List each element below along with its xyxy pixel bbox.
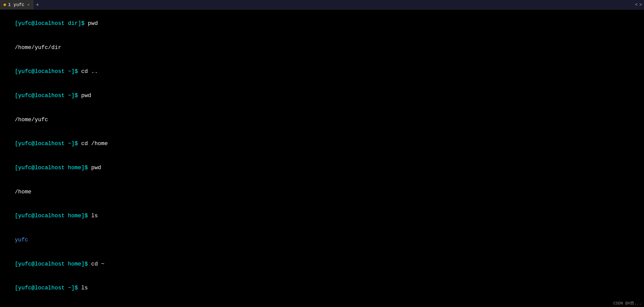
terminal[interactable]: [yufc@localhost dir]$ pwd /home/yufc/dir… <box>0 10 644 307</box>
prompt: [yufc@localhost ~]$ <box>15 285 81 291</box>
terminal-line: [yufc@localhost home]$ ls <box>2 204 642 228</box>
terminal-line: [yufc@localhost ~]$ ls <box>2 276 642 300</box>
terminal-line: [yufc@localhost dir]$ pwd <box>2 12 642 36</box>
ls-output-row: a.txt Desktop dir Documents Downloads Mu… <box>2 300 642 307</box>
prompt: [yufc@localhost ~]$ <box>15 93 81 99</box>
scroll-buttons: < > <box>635 2 644 7</box>
prompt: [yufc@localhost home]$ <box>15 261 91 267</box>
command: cd ~ <box>91 261 104 267</box>
output: /home/yufc/dir <box>15 45 61 51</box>
command: ls <box>81 285 88 291</box>
output: /home/yufc <box>15 117 48 123</box>
command: pwd <box>88 20 98 27</box>
tab-bar: 1 yufc ✕ + < > <box>0 0 644 10</box>
prompt: [yufc@localhost home]$ <box>15 213 91 219</box>
command: ls <box>91 213 98 219</box>
output: /home <box>15 189 31 195</box>
prompt: [yufc@localhost ~]$ <box>15 68 81 75</box>
command: cd /home <box>81 141 108 147</box>
new-tab-button[interactable]: + <box>33 0 42 9</box>
bottom-bar-text: CSDN @#西... <box>613 301 641 306</box>
terminal-line: yufc <box>2 228 642 252</box>
tab-close-button[interactable]: ✕ <box>27 3 29 7</box>
tab-dot <box>4 4 6 6</box>
terminal-line: /home/yufc/dir <box>2 36 642 60</box>
command: cd .. <box>81 68 98 75</box>
tab-1[interactable]: 1 yufc ✕ <box>0 0 33 9</box>
tab-label: 1 yufc <box>8 2 24 7</box>
prompt: [yufc@localhost home]$ <box>15 165 91 171</box>
terminal-line: [yufc@localhost ~]$ cd .. <box>2 60 642 84</box>
scroll-right-button[interactable]: > <box>639 2 642 7</box>
terminal-line: /home/yufc <box>2 108 642 132</box>
scroll-left-button[interactable]: < <box>635 2 638 7</box>
bottom-bar: CSDN @#西... <box>611 300 644 307</box>
terminal-line: [yufc@localhost ~]$ cd /home <box>2 132 642 156</box>
terminal-line: [yufc@localhost home]$ pwd <box>2 156 642 180</box>
ls-item: yufc <box>15 237 28 243</box>
prompt: [yufc@localhost dir]$ <box>15 20 88 27</box>
terminal-line: [yufc@localhost home]$ cd ~ <box>2 252 642 276</box>
terminal-line: /home <box>2 180 642 204</box>
command: pwd <box>91 165 101 171</box>
command: pwd <box>81 93 91 99</box>
prompt: [yufc@localhost ~]$ <box>15 141 81 147</box>
terminal-line: [yufc@localhost ~]$ pwd <box>2 84 642 108</box>
